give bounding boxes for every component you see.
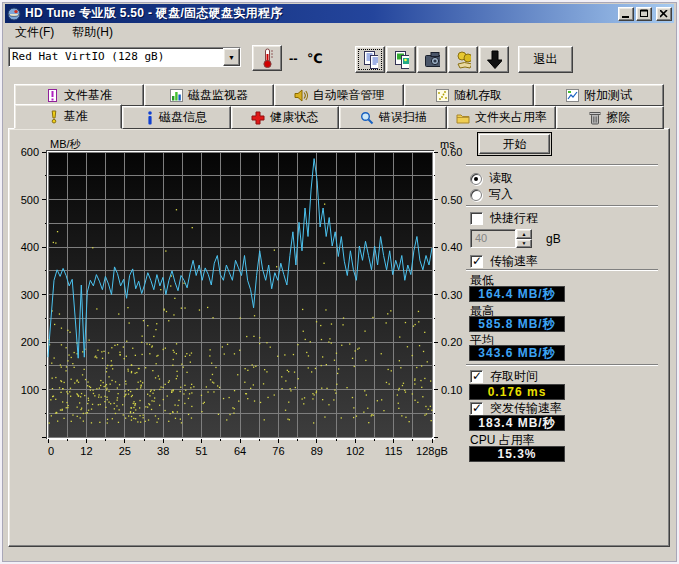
- menu-bar: 文件(F) 帮助(H): [5, 23, 674, 42]
- exit-button[interactable]: 退出: [518, 46, 573, 73]
- close-icon: [660, 10, 668, 18]
- tab-file-benchmark[interactable]: 文件基准: [14, 84, 144, 106]
- tab-label: 附加测试: [584, 87, 632, 104]
- svg-text:500: 500: [21, 194, 39, 206]
- checkbox-icon[interactable]: [470, 255, 483, 268]
- maximize-icon: [640, 9, 649, 18]
- thermometer-icon: [260, 48, 274, 68]
- exit-label: 退出: [534, 51, 558, 68]
- svg-text:89: 89: [311, 445, 323, 457]
- screenshot-button[interactable]: [417, 46, 447, 73]
- tab-row-top: 文件基准 磁盘监视器 自动噪音管理 随机存取: [14, 84, 664, 106]
- close-button[interactable]: [656, 7, 672, 21]
- spinner-up-icon[interactable]: ▲: [516, 229, 532, 239]
- tab-noise-management[interactable]: 自动噪音管理: [274, 84, 404, 106]
- chevron-down-icon[interactable]: ▼: [223, 48, 240, 66]
- svg-text:300: 300: [21, 289, 39, 301]
- svg-text:MB/秒: MB/秒: [50, 138, 82, 150]
- trash-icon: [589, 111, 601, 125]
- svg-text:128gB: 128gB: [416, 445, 448, 457]
- cpu-usage-value: 15.3%: [497, 447, 536, 461]
- copy-text-icon: [362, 50, 378, 70]
- short-stroke-unit: gB: [546, 232, 561, 246]
- svg-text:25: 25: [119, 445, 131, 457]
- tab-disk-info[interactable]: 磁盘信息: [122, 106, 230, 129]
- max-value: 585.8 MB/秒: [478, 316, 555, 333]
- save-results-button[interactable]: [479, 46, 509, 73]
- start-label: 开始: [503, 136, 527, 153]
- write-radio[interactable]: 写入: [470, 186, 513, 203]
- spinner-down-icon[interactable]: ▼: [516, 239, 532, 249]
- tab-erase[interactable]: 擦除: [556, 106, 664, 129]
- svg-text:0.30: 0.30: [441, 289, 462, 301]
- radio-icon[interactable]: [470, 173, 482, 185]
- title-bar[interactable]: HD Tune 专业版 5.50 - 硬盘/固态硬盘实用程序: [5, 4, 674, 23]
- tab-label: 健康状态: [270, 109, 318, 126]
- temperature-value: --: [289, 51, 298, 66]
- tab-extra-tests[interactable]: 附加测试: [534, 84, 664, 106]
- tab-label: 磁盘信息: [159, 109, 207, 126]
- maximize-button[interactable]: [636, 7, 652, 21]
- benchmark-icon: [49, 110, 59, 124]
- menu-help[interactable]: 帮助(H): [65, 23, 120, 42]
- extra-tests-icon: [566, 89, 579, 102]
- copy-image-button[interactable]: [386, 46, 416, 73]
- svg-text:0: 0: [48, 445, 54, 457]
- tab-health[interactable]: 健康状态: [231, 106, 339, 129]
- read-label: 读取: [489, 170, 513, 187]
- separator: [466, 364, 658, 366]
- random-access-icon: [436, 89, 449, 102]
- transfer-rate-checkbox[interactable]: 传输速率: [470, 253, 538, 270]
- tab-label: 错误扫描: [379, 109, 427, 126]
- tab-disk-monitor[interactable]: 磁盘监视器: [144, 84, 274, 106]
- short-stroke-spinner[interactable]: 40 ▲ ▼: [470, 229, 532, 248]
- tab-label: 随机存取: [454, 87, 502, 104]
- svg-text:600: 600: [21, 146, 39, 158]
- tab-random-access[interactable]: 随机存取: [404, 84, 534, 106]
- min-value-display: 164.4 MB/秒: [469, 286, 565, 302]
- access-time-checkbox[interactable]: 存取时间: [470, 368, 538, 385]
- temperature-button[interactable]: [252, 45, 282, 71]
- disk-monitor-icon: [170, 89, 183, 102]
- short-stroke-value[interactable]: 40: [470, 229, 516, 248]
- svg-text:ms: ms: [440, 138, 455, 150]
- read-radio[interactable]: 读取: [470, 170, 513, 187]
- svg-text:38: 38: [157, 445, 169, 457]
- tab-label: 磁盘监视器: [188, 87, 248, 104]
- benchmark-chart: 6005004003002001000.600.500.400.300.200.…: [14, 138, 470, 460]
- drive-select-value: Red Hat VirtIO (128 gB): [9, 48, 223, 66]
- info-icon: [146, 111, 154, 125]
- avg-value-display: 343.6 MB/秒: [469, 345, 565, 361]
- short-stroke-label: 快捷行程: [490, 210, 538, 227]
- checkbox-icon[interactable]: [470, 402, 483, 415]
- checkbox-icon[interactable]: [470, 370, 483, 383]
- svg-text:12: 12: [80, 445, 92, 457]
- copy-image-icon: [393, 50, 409, 70]
- tab-label: 擦除: [606, 109, 630, 126]
- tab-benchmark[interactable]: 基准: [14, 104, 122, 129]
- checkbox-icon[interactable]: [470, 212, 483, 225]
- start-button[interactable]: 开始: [477, 132, 552, 156]
- radio-icon[interactable]: [470, 189, 482, 201]
- copy-text-button[interactable]: [355, 46, 385, 73]
- menu-file[interactable]: 文件(F): [8, 23, 61, 42]
- write-label: 写入: [489, 186, 513, 203]
- minimize-button[interactable]: [618, 7, 634, 21]
- tab-label: 基准: [64, 108, 88, 125]
- drive-select[interactable]: Red Hat VirtIO (128 gB) ▼: [8, 47, 241, 67]
- short-stroke-checkbox[interactable]: 快捷行程: [470, 210, 538, 227]
- tab-error-scan[interactable]: 错误扫描: [339, 106, 447, 129]
- cpu-usage-display: 15.3%: [469, 446, 565, 462]
- access-time-value: 0.176 ms: [488, 385, 547, 399]
- folder-icon: [456, 112, 470, 124]
- svg-text:0.20: 0.20: [441, 336, 462, 348]
- donate-button[interactable]: [448, 46, 478, 73]
- health-cross-icon: [251, 111, 265, 125]
- tab-folder-usage[interactable]: 文件夹占用率: [447, 106, 555, 129]
- svg-text:400: 400: [21, 241, 39, 253]
- app-icon: [7, 7, 21, 21]
- speaker-icon: [294, 89, 308, 102]
- minimize-icon: [622, 10, 630, 18]
- separator: [466, 164, 658, 166]
- tab-row-bottom: 基准 磁盘信息 健康状态 错误扫描: [14, 106, 664, 129]
